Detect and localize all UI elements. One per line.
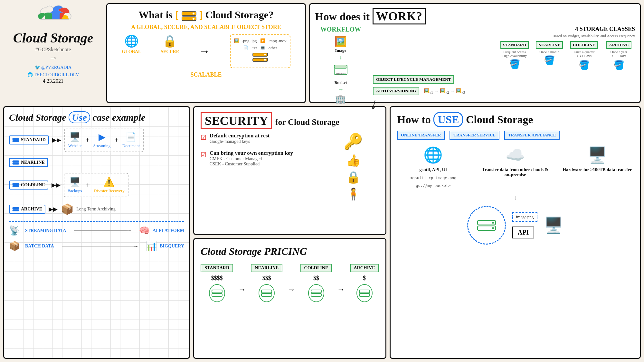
pricing-nearline-price: $$$	[262, 275, 271, 282]
svg-rect-14	[13, 163, 19, 164]
nearline-type-label: NEARLINE	[21, 160, 45, 165]
disaster-recovery-label: Disaster Recovery	[94, 188, 125, 193]
check-icon-1: ☑	[201, 134, 206, 141]
pricing-coldline: COLDLINE $$	[300, 264, 332, 302]
batch-data-row: 📦 BATCH DATA → 📊 BIGQUERY	[9, 241, 184, 251]
use-case-title: Cloud Storage Use case example	[9, 112, 184, 123]
storage-classes-subtitle: Based on Budget, Availability, and Acces…	[373, 34, 635, 39]
how-use-title: How to USE Cloud Storage	[397, 114, 633, 126]
security-item-1: ☑ Default encryption at rest Google-mana…	[201, 133, 323, 144]
nearline-class: NEARLINE Once a month 🪣	[533, 41, 565, 70]
svg-rect-18	[13, 209, 19, 211]
api-arrow-down: ↓	[514, 194, 517, 201]
standard-badge: STANDARD	[9, 135, 49, 144]
file-type-code-icon: 💻	[260, 45, 265, 51]
workflow-down-arrow: ↓	[339, 54, 342, 61]
svg-point-30	[492, 227, 494, 229]
pricing-coldline-icon	[308, 284, 324, 302]
file-type-label-1: .png .jpg	[242, 38, 257, 43]
standard-type-label: STANDARD	[21, 137, 46, 143]
scalable-label: SCALABLE	[190, 71, 222, 78]
how-use-box: How to USE Cloud Storage ONLINE TRANSFER…	[390, 106, 641, 359]
pricing-arrow-2: →	[288, 264, 295, 302]
svg-rect-15	[13, 183, 19, 185]
website-link: 🌐 THECLOUDGIRL.DEV	[27, 72, 79, 78]
svg-rect-11	[13, 138, 19, 140]
pricing-standard: STANDARD $$$$	[201, 264, 233, 302]
archive-type-label: ARCHIVE	[21, 207, 42, 212]
security-item-2: ☑ Can bring your own encryption key CMEK…	[201, 150, 323, 167]
work-highlight-text: WORK?	[373, 8, 426, 24]
lifecycle-section: OBJECT LIFECYCLE MANAGEMENT	[373, 74, 635, 84]
file-type-label-3: .txt	[251, 45, 257, 51]
google-cloud-logo-icon	[34, 3, 72, 29]
api-flow: image.png API 🖥️	[467, 206, 564, 245]
batch-data-icon: 📦	[9, 241, 20, 251]
what-is-icons: 🌐 GLOBAL 🔒 SECURE → 🖼️ .png .jpg ▶️ .mpg…	[112, 34, 300, 68]
transfer-service-column: ☁️ Transfer data from other clouds & on-…	[479, 146, 552, 188]
security-illustrations: 🔑 👍 🔒 🧍	[327, 133, 379, 201]
bucket-label: Bucket	[334, 80, 347, 85]
archive-desc: Once a year	[611, 50, 628, 54]
archive-row: ARCHIVE ▶▶ 📦 Long Term Archiving	[9, 203, 184, 215]
autoversioning-bar: AUTO VERSIONING	[373, 87, 419, 95]
image-label: Image	[335, 48, 346, 53]
use-case-use-word: Use	[69, 111, 90, 123]
svg-rect-9	[334, 65, 347, 68]
pricing-nearline-label: NEARLINE	[251, 264, 282, 272]
pricing-standard-price: $$$$	[211, 275, 223, 282]
security-content: ☑ Default encryption at rest Google-mana…	[201, 133, 379, 201]
coldline-items-box: 🖥️ Backups + ⚠️ Disaster Recovery	[64, 173, 128, 197]
archive-class: ARCHIVE Once a year >90 Days 🪣	[603, 41, 635, 70]
standard-row: STANDARD ▶▶ 🖥️ Website + ▶ Streaming + 📄…	[9, 128, 184, 152]
standard-desc1: Frequent access	[503, 50, 526, 54]
website-item: 🖥️ Website	[68, 132, 82, 148]
disaster-recovery-icon: ⚠️	[103, 177, 115, 187]
coldline-desc: Once a quarter	[574, 50, 595, 54]
pricing-title: Cloud Storage PRICING	[201, 246, 379, 257]
pricing-coldline-price: $$	[313, 275, 319, 282]
plus-sign-3: +	[86, 181, 90, 189]
plus-sign-1: +	[85, 136, 90, 144]
what-is-title: What is [ ] Cloud Storage?	[112, 9, 300, 21]
svg-rect-22	[261, 293, 272, 296]
security-main-line-2: Can bring your own encryption key	[210, 150, 293, 156]
file-type-txt-icon: 📄	[243, 45, 248, 51]
disaster-recovery-item: ⚠️ Disaster Recovery	[94, 177, 125, 193]
transfer-service-option: TRANSFER SERVICE	[450, 131, 499, 140]
website-icon: 🖥️	[69, 132, 80, 142]
cloud-storage-title: Cloud Storage	[13, 31, 93, 45]
coldline-days: >30 Days	[577, 54, 592, 59]
svg-rect-13	[13, 161, 19, 162]
standard-arrows: ▶▶	[52, 136, 61, 144]
use-case-suffix: case example	[92, 112, 145, 123]
pricing-nearline-icon	[259, 284, 275, 302]
streaming-icon: ▶	[99, 132, 106, 142]
bigquery-destination: 📊 BIGQUERY	[146, 241, 184, 251]
svg-rect-17	[13, 207, 19, 209]
file-type-label-2: .mpg .mov	[269, 38, 287, 43]
security-items: ☑ Default encryption at rest Google-mana…	[201, 133, 323, 201]
standard-label: STANDARD	[500, 41, 528, 49]
transfer-appliance-title: Hardware for >100TB data transfer	[563, 167, 632, 172]
archive-item-label: Long Term Archiving	[76, 207, 116, 212]
workflow-label: WORKFLOW	[320, 26, 361, 33]
api-label: API	[512, 227, 534, 238]
coldline-arrows: ▶▶	[52, 181, 61, 189]
api-connections: image.png API	[512, 212, 538, 238]
security-box: SECURITY for Cloud Storage ☑ Default enc…	[193, 106, 386, 235]
svg-rect-21	[261, 290, 272, 293]
security-title: SECURITY for Cloud Storage	[201, 114, 379, 128]
ai-platform-destination: 🧠 AI PLATFORM	[139, 225, 184, 236]
online-transfer-column: 🌐 gsutil, API, UI <gsutil cp image.png g…	[397, 146, 469, 188]
file-type-label-4: other	[269, 45, 277, 51]
image-png-label: image.png	[512, 212, 538, 222]
online-transfer-title: gsutil, API, UI	[420, 167, 447, 172]
security-text-2: Can bring your own encryption key CMEK -…	[210, 150, 293, 167]
how-use-use-word: USE	[433, 112, 463, 127]
archive-bucket-icon: 🪣	[613, 60, 625, 70]
archive-items: 📦 Long Term Archiving	[61, 203, 116, 215]
check-icon-2: ☑	[201, 151, 206, 159]
gsutil-code-2: gs://my-bucket>	[416, 183, 450, 188]
arrow-icon: →	[199, 44, 210, 58]
